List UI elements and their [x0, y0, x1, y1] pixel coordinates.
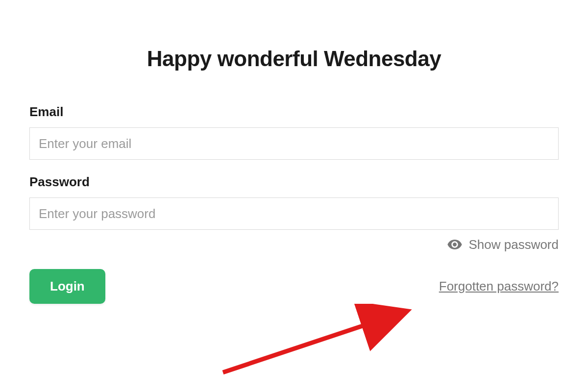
password-input[interactable]	[29, 197, 559, 230]
login-button[interactable]: Login	[29, 269, 105, 304]
bottom-row: Login Forgotten password?	[29, 269, 559, 304]
eye-icon	[447, 237, 463, 252]
annotation-arrow	[218, 304, 424, 382]
email-input[interactable]	[29, 127, 559, 160]
page-title: Happy wonderful Wednesday	[29, 47, 559, 71]
show-password-label: Show password	[468, 237, 559, 252]
show-password-toggle[interactable]: Show password	[447, 237, 559, 252]
forgot-password-link[interactable]: Forgotten password?	[439, 279, 559, 294]
email-group: Email	[29, 104, 559, 160]
login-form-container: Happy wonderful Wednesday Email Password…	[29, 0, 559, 304]
password-label: Password	[29, 174, 559, 190]
password-group: Password	[29, 174, 559, 230]
show-password-row: Show password	[29, 237, 559, 254]
svg-line-1	[223, 314, 399, 372]
email-label: Email	[29, 104, 559, 120]
